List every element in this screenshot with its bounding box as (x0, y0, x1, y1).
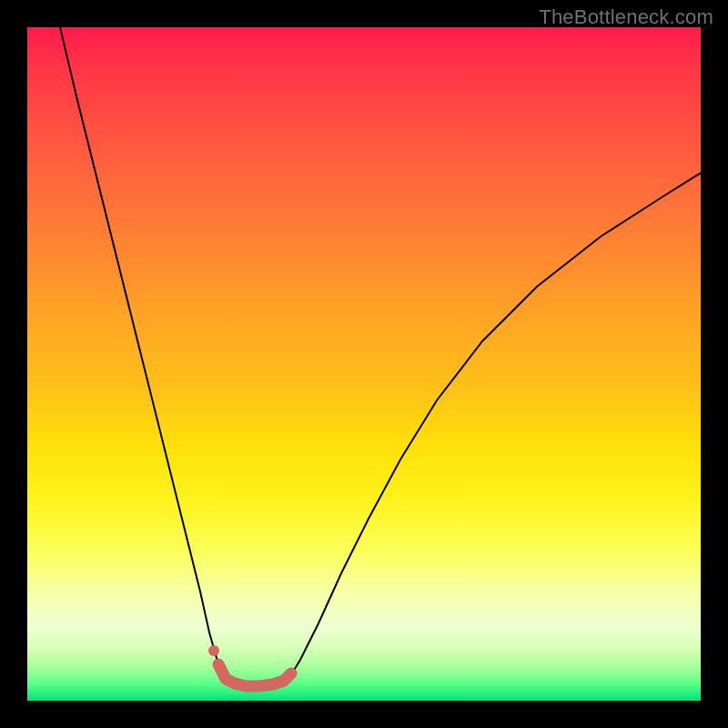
watermark-text: TheBottleneck.com (539, 5, 713, 29)
black-frame (0, 0, 728, 728)
